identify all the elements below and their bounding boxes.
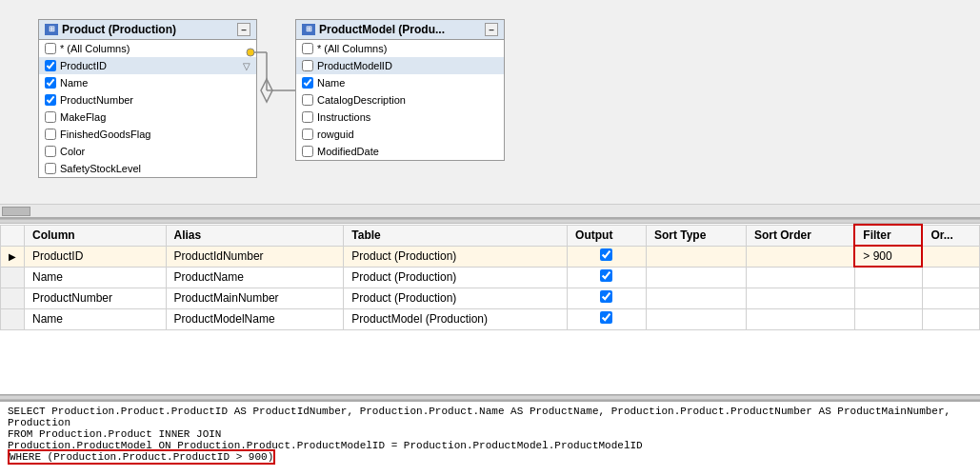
grid-cell-sort-type[interactable]	[646, 267, 746, 288]
column-header-sort-order: Sort Order	[746, 225, 854, 246]
output-checkbox-1[interactable]	[600, 248, 612, 261]
list-item[interactable]: Instructions	[296, 109, 504, 126]
sql-line-1: SELECT Production.Product.ProductID AS P…	[8, 406, 972, 428]
table-row: ProductNumber ProductMainNumber Product …	[1, 288, 980, 308]
product-model-minimize-button[interactable]: –	[485, 23, 498, 36]
column-header-or: Or...	[922, 225, 979, 246]
grid-cell-column[interactable]: Name	[25, 267, 167, 288]
grid-cell-alias[interactable]: ProductMainNumber	[166, 288, 344, 308]
grid-cell-table[interactable]: Product (Production)	[344, 288, 568, 308]
row-indicator-header	[1, 225, 25, 246]
grid-cell-alias[interactable]: ProductModelName	[166, 308, 344, 329]
grid-cell-or[interactable]	[922, 267, 979, 288]
svg-point-4	[247, 49, 254, 56]
list-item[interactable]: Color	[39, 143, 256, 160]
list-item[interactable]: ModifiedDate	[296, 143, 504, 160]
grid-cell-column[interactable]: Name	[25, 308, 167, 329]
grid-cell-sort-type[interactable]	[646, 308, 746, 329]
grid-cell-sort-order[interactable]	[746, 288, 854, 308]
grid-cell-sort-type[interactable]	[646, 288, 746, 308]
productmodelid-checkbox[interactable]	[302, 60, 313, 71]
grid-cell-filter[interactable]	[854, 308, 922, 329]
grid-cell-table[interactable]: Product (Production)	[344, 246, 568, 267]
column-header-sort-type: Sort Type	[646, 225, 746, 246]
list-item[interactable]: ProductID ▽	[39, 57, 256, 74]
grid-cell-or[interactable]	[922, 288, 979, 308]
grid-cell-alias[interactable]: ProductName	[166, 267, 344, 288]
color-checkbox[interactable]	[45, 146, 56, 157]
row-indicator-cell: ▶	[1, 246, 25, 267]
output-checkbox-2[interactable]	[600, 269, 612, 282]
grid-cell-column[interactable]: ProductID	[25, 246, 167, 267]
grid-cell-filter[interactable]: > 900	[854, 246, 922, 267]
grid-cell-output[interactable]	[568, 246, 647, 267]
diagram-hscrollbar[interactable]	[0, 204, 980, 217]
all-columns-checkbox-model[interactable]	[302, 43, 313, 54]
list-item[interactable]: SafetyStockLevel	[39, 160, 256, 177]
makeflag-checkbox[interactable]	[45, 111, 56, 123]
list-item[interactable]: ProductModelID	[296, 57, 504, 74]
catalogdescription-checkbox[interactable]	[302, 94, 313, 106]
sql-line-4: WHERE (Production.Product.ProductID > 90…	[8, 451, 972, 463]
list-item[interactable]: Name	[296, 74, 504, 91]
grid-cell-sort-type[interactable]	[646, 246, 746, 267]
column-header-filter: Filter	[854, 225, 922, 246]
product-minimize-button[interactable]: –	[237, 23, 250, 36]
table-row: ▶ ProductID ProductIdNumber Product (Pro…	[1, 246, 980, 267]
grid-cell-alias[interactable]: ProductIdNumber	[166, 246, 344, 267]
instructions-checkbox[interactable]	[302, 111, 313, 123]
modifieddate-checkbox[interactable]	[302, 146, 313, 157]
grid-cell-column[interactable]: ProductNumber	[25, 288, 167, 308]
list-item[interactable]: FinishedGoodsFlag	[39, 126, 256, 143]
product-model-table-body: * (All Columns) ProductModelID Name Cata…	[296, 40, 504, 160]
row-indicator-cell	[1, 288, 25, 308]
name-checkbox-product[interactable]	[45, 77, 56, 89]
table-grid-icon-2: ⊞	[302, 24, 315, 35]
name-checkbox-model[interactable]	[302, 77, 313, 89]
grid-cell-or[interactable]	[922, 246, 979, 267]
rowguid-checkbox[interactable]	[302, 129, 313, 140]
list-item[interactable]: * (All Columns)	[39, 40, 256, 57]
row-indicator-cell	[1, 267, 25, 288]
column-header-output: Output	[568, 225, 647, 246]
grid-scroll-container[interactable]: Column Alias Table Output Sort Type Sort…	[0, 224, 980, 330]
grid-cell-sort-order[interactable]	[746, 308, 854, 329]
grid-cell-table[interactable]: Product (Production)	[344, 267, 568, 288]
row-arrow-icon: ▶	[9, 251, 16, 262]
finishedgoodsflag-checkbox[interactable]	[45, 129, 56, 140]
product-table-box: ⊞ Product (Production) – * (All Columns)…	[38, 19, 257, 178]
productnumber-checkbox[interactable]	[45, 94, 56, 106]
list-item[interactable]: * (All Columns)	[296, 40, 504, 57]
grid-cell-filter[interactable]	[854, 288, 922, 308]
output-checkbox-3[interactable]	[600, 290, 612, 303]
grid-cell-sort-order[interactable]	[746, 267, 854, 288]
table-row: Name ProductModelName ProductModel (Prod…	[1, 308, 980, 329]
product-table-body: * (All Columns) ProductID ▽ Name Product…	[39, 40, 256, 177]
list-item[interactable]: ProductNumber	[39, 91, 256, 109]
list-item[interactable]: rowguid	[296, 126, 504, 143]
column-header-table: Table	[344, 225, 568, 246]
list-item[interactable]: MakeFlag	[39, 109, 256, 126]
product-model-table-title: ProductModel (Produ...	[319, 23, 445, 36]
grid-cell-output[interactable]	[568, 288, 647, 308]
grid-cell-table[interactable]: ProductModel (Production)	[344, 308, 568, 329]
query-grid-table: Column Alias Table Output Sort Type Sort…	[0, 224, 980, 330]
productid-checkbox[interactable]	[45, 60, 56, 71]
grid-cell-or[interactable]	[922, 308, 979, 329]
grid-cell-sort-order[interactable]	[746, 246, 854, 267]
main-container: ⊞ Product (Production) – * (All Columns)…	[0, 0, 980, 476]
row-indicator-cell	[1, 308, 25, 329]
grid-cell-output[interactable]	[568, 267, 647, 288]
column-header-alias: Alias	[166, 225, 344, 246]
safetystocklevel-checkbox[interactable]	[45, 163, 56, 174]
all-columns-checkbox-product[interactable]	[45, 43, 56, 54]
hscroll-thumb[interactable]	[2, 207, 30, 216]
list-item[interactable]: Name	[39, 74, 256, 91]
grid-cell-output[interactable]	[568, 308, 647, 329]
grid-cell-filter[interactable]	[854, 267, 922, 288]
sql-area: SELECT Production.Product.ProductID AS P…	[0, 400, 980, 476]
output-checkbox-4[interactable]	[600, 311, 612, 324]
list-item[interactable]: CatalogDescription	[296, 91, 504, 109]
product-table-title: Product (Production)	[62, 23, 176, 36]
grid-area: Column Alias Table Output Sort Type Sort…	[0, 224, 980, 395]
